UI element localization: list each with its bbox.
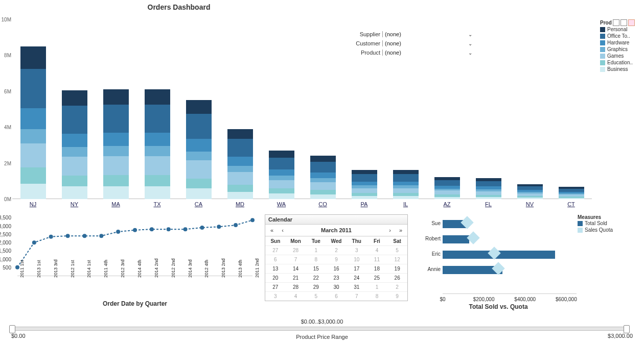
data-point[interactable] bbox=[82, 234, 86, 238]
filter-supplier[interactable]: Supplier (none) ⌄ bbox=[349, 30, 481, 39]
bar-CT[interactable]: CT bbox=[559, 187, 584, 199]
calendar-day[interactable]: 3 bbox=[265, 291, 286, 301]
data-point[interactable] bbox=[99, 234, 103, 238]
calendar-day[interactable]: 16 bbox=[326, 264, 347, 273]
calendar-day[interactable]: 1 bbox=[367, 282, 387, 291]
legend-item[interactable]: Sales Quota bbox=[578, 227, 634, 233]
calendar-day[interactable]: 6 bbox=[265, 255, 286, 264]
calendar-day[interactable]: 27 bbox=[265, 282, 286, 291]
calendar-day[interactable]: 28 bbox=[286, 282, 306, 291]
chevron-down-icon[interactable]: ⌄ bbox=[467, 50, 474, 56]
bar-CO[interactable]: CO bbox=[310, 156, 336, 199]
legend-item[interactable]: Games bbox=[600, 53, 640, 59]
calendar-day[interactable]: 7 bbox=[286, 255, 306, 264]
calendar-day[interactable]: 7 bbox=[347, 291, 367, 301]
calendar-day[interactable]: 23 bbox=[326, 273, 347, 282]
calendar-day[interactable]: 6 bbox=[326, 291, 347, 301]
data-point[interactable] bbox=[183, 227, 188, 231]
legend-bar-icon[interactable] bbox=[620, 19, 627, 26]
calendar-day[interactable]: 28 bbox=[286, 245, 306, 255]
bar-label[interactable]: FL bbox=[476, 201, 501, 207]
bar-label[interactable]: NJ bbox=[20, 201, 46, 207]
calendar-day[interactable]: 11 bbox=[367, 255, 387, 264]
calendar-day[interactable]: 2 bbox=[387, 282, 407, 291]
calendar-day[interactable]: 4 bbox=[286, 291, 306, 301]
legend-item[interactable]: Office To.. bbox=[600, 33, 640, 39]
calendar-day[interactable]: 17 bbox=[347, 264, 367, 273]
slider-thumb-min[interactable] bbox=[9, 325, 15, 333]
bar-label[interactable]: PA bbox=[352, 201, 377, 207]
bar-MD[interactable]: MD bbox=[227, 129, 253, 199]
bar-label[interactable]: AZ bbox=[434, 201, 460, 207]
calendar-day[interactable]: 3 bbox=[347, 245, 367, 255]
bar-label[interactable]: NY bbox=[62, 201, 87, 207]
chevron-down-icon[interactable]: ⌄ bbox=[467, 32, 474, 37]
calendar-day[interactable]: 20 bbox=[265, 273, 286, 282]
calendar-day[interactable]: 2 bbox=[326, 245, 347, 255]
bullet-row-eric[interactable]: Eric bbox=[443, 249, 577, 260]
bar-PA[interactable]: PA bbox=[352, 170, 377, 199]
bar-label[interactable]: CO bbox=[310, 201, 336, 207]
calendar-day[interactable]: 19 bbox=[387, 264, 407, 273]
legend-item[interactable]: Total Sold bbox=[578, 220, 634, 227]
filter-customer[interactable]: Customer (none) ⌄ bbox=[349, 39, 481, 48]
bar-label[interactable]: MD bbox=[227, 201, 253, 207]
data-point[interactable] bbox=[32, 240, 36, 244]
calendar-day[interactable]: 31 bbox=[347, 282, 367, 291]
calendar-day[interactable]: 22 bbox=[306, 273, 326, 282]
legend-grid-icon[interactable] bbox=[613, 19, 619, 26]
legend-item[interactable]: Business bbox=[600, 66, 640, 72]
prev-icon[interactable]: ‹ bbox=[279, 227, 287, 234]
bullet-row-sue[interactable]: Sue bbox=[443, 218, 577, 230]
bar-AZ[interactable]: AZ bbox=[434, 177, 460, 199]
legend-item[interactable]: Graphics bbox=[600, 46, 640, 53]
bar-FL[interactable]: FL bbox=[476, 178, 501, 199]
calendar-day[interactable]: 18 bbox=[367, 264, 387, 273]
bar-MA[interactable]: MA bbox=[103, 89, 129, 199]
calendar-day[interactable]: 13 bbox=[265, 264, 286, 273]
legend-item[interactable]: Hardware bbox=[600, 39, 640, 46]
legend-item[interactable]: Education.. bbox=[600, 59, 640, 66]
data-point[interactable] bbox=[217, 225, 221, 229]
calendar-day[interactable]: 30 bbox=[326, 282, 347, 291]
chevron-down-icon[interactable]: ⌄ bbox=[467, 41, 474, 46]
calendar-day[interactable]: 10 bbox=[347, 255, 367, 264]
bar-label[interactable]: TX bbox=[145, 201, 170, 207]
data-point[interactable] bbox=[167, 227, 171, 231]
data-point[interactable] bbox=[116, 230, 120, 234]
calendar[interactable]: Calendar « ‹ March 2011 › » SunMonTueWed… bbox=[265, 214, 408, 301]
bar-label[interactable]: CA bbox=[186, 201, 212, 207]
bar-label[interactable]: CT bbox=[559, 201, 584, 207]
data-point[interactable] bbox=[49, 235, 53, 239]
calendar-day[interactable]: 27 bbox=[265, 245, 286, 255]
calendar-day[interactable]: 25 bbox=[367, 273, 387, 282]
calendar-day[interactable]: 15 bbox=[306, 264, 326, 273]
bar-IL[interactable]: IL bbox=[393, 170, 419, 199]
prev-fast-icon[interactable]: « bbox=[267, 227, 277, 234]
bar-label[interactable]: IL bbox=[393, 201, 419, 207]
price-slider[interactable] bbox=[11, 327, 628, 331]
calendar-day[interactable]: 8 bbox=[367, 291, 387, 301]
data-point[interactable] bbox=[234, 223, 238, 227]
data-point[interactable] bbox=[66, 234, 70, 238]
legend-edit-icon[interactable] bbox=[628, 19, 635, 26]
data-point[interactable] bbox=[150, 227, 154, 231]
data-point[interactable] bbox=[15, 265, 19, 269]
bar-CA[interactable]: CA bbox=[186, 100, 212, 199]
data-point[interactable] bbox=[250, 218, 255, 222]
data-point[interactable] bbox=[133, 228, 137, 232]
bar-NV[interactable]: NV bbox=[517, 184, 543, 199]
bar-label[interactable]: NV bbox=[517, 201, 543, 207]
filter-product[interactable]: Product (none) ⌄ bbox=[349, 48, 481, 57]
next-icon[interactable]: › bbox=[386, 227, 394, 234]
calendar-day[interactable]: 8 bbox=[306, 255, 326, 264]
next-fast-icon[interactable]: » bbox=[396, 227, 405, 234]
bar-TX[interactable]: TX bbox=[145, 89, 170, 199]
calendar-day[interactable]: 9 bbox=[387, 291, 407, 301]
calendar-day[interactable]: 4 bbox=[367, 245, 387, 255]
calendar-day[interactable]: 29 bbox=[306, 282, 326, 291]
bullet-row-robert[interactable]: Robert bbox=[443, 234, 577, 245]
bullet-row-annie[interactable]: Annie bbox=[443, 264, 577, 276]
calendar-day[interactable]: 5 bbox=[387, 245, 407, 255]
data-point[interactable] bbox=[200, 226, 204, 230]
